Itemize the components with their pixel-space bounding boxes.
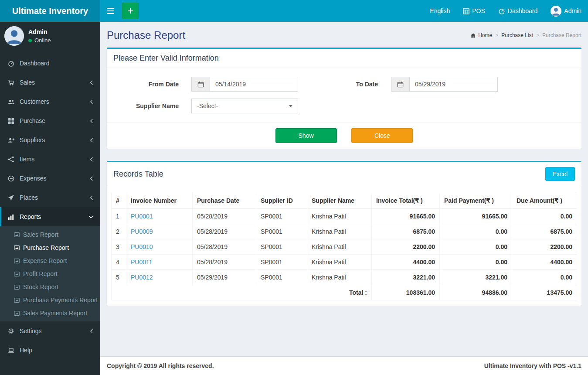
filter-box-body: From Date To Date Supplier Name (107, 68, 581, 122)
sidebar-subitem-purchase-report[interactable]: Purchase Report (0, 241, 100, 254)
main-header: Ultimate Inventory English (0, 0, 588, 22)
filter-box: Please Enter Valid Information From Date… (107, 48, 581, 149)
chevron-left-icon (90, 328, 94, 334)
plus-icon (127, 8, 133, 14)
breadcrumb-home[interactable]: Home (470, 32, 492, 38)
dashboard-icon (8, 60, 15, 67)
supplier-name-label: Supplier Name (113, 102, 179, 109)
chevron-left-icon (90, 118, 94, 124)
sidebar-user-status[interactable]: Online (28, 37, 51, 44)
invoice-link[interactable]: PU0010 (126, 239, 193, 255)
invoice-link[interactable]: PU0009 (126, 224, 193, 239)
grid-icon (8, 118, 15, 124)
calendar-icon[interactable] (391, 77, 409, 92)
date-row: From Date To Date (113, 77, 575, 92)
col-header-purchase-date: Purchase Date (193, 193, 256, 209)
invoice-link[interactable]: PU0012 (126, 270, 193, 285)
user-menu[interactable]: Admin (544, 0, 588, 22)
sidebar-item-settings[interactable]: Settings (0, 321, 100, 341)
supplier-select[interactable]: -Select- (191, 99, 298, 113)
footer-copyright: Copyright © 2019 All rights reserved. (107, 362, 214, 369)
sidebar-toggle-button[interactable] (100, 0, 120, 22)
gear-icon (8, 328, 15, 334)
filter-box-title: Please Enter Valid Information (113, 54, 219, 63)
menu-icon (107, 8, 114, 14)
sidebar-item-reports-row[interactable]: Reports (0, 207, 100, 226)
invoice-link[interactable]: PU0001 (126, 208, 193, 224)
sidebar-item-customers[interactable]: Customers (0, 92, 100, 111)
sidebar-item-dashboard[interactable]: Dashboard (0, 54, 100, 73)
shopping-cart-icon (8, 79, 15, 86)
sidebar-item-expenses[interactable]: Expenses (0, 169, 100, 188)
sidebar-item-suppliers[interactable]: Suppliers (0, 130, 100, 150)
share-nodes-icon (8, 156, 15, 163)
col-header-supplier-id: Supplier ID (256, 193, 307, 209)
sidebar-item-help[interactable]: Help (0, 341, 100, 360)
chevron-left-icon (90, 157, 94, 162)
chevron-left-icon (90, 195, 94, 201)
table-total-row: Total : 108361.00 94886.00 13475.00 (112, 285, 577, 300)
from-date-group (191, 77, 298, 92)
file-chart-icon (14, 271, 20, 277)
sidebar-item-sales[interactable]: Sales (0, 73, 100, 92)
app-logo[interactable]: Ultimate Inventory (0, 0, 100, 22)
file-chart-icon (14, 245, 20, 251)
close-button[interactable]: Close (351, 128, 413, 143)
top-navbar: English POS Dashboard Admin (100, 0, 588, 22)
chevron-left-icon (90, 176, 94, 181)
sidebar-subitem-sales-payments-report[interactable]: Sales Payments Report (0, 307, 100, 320)
sidebar-user-panel: Admin Online (0, 22, 100, 50)
navbar-right: English POS Dashboard Admin (423, 0, 588, 22)
breadcrumb-purchase-list[interactable]: Purchase List (501, 32, 533, 38)
show-button[interactable]: Show (275, 128, 337, 143)
user-avatar (551, 6, 561, 17)
table-row: 3 PU0010 05/28/2019 SP0001 Krishna Patil… (112, 239, 577, 255)
invoice-link[interactable]: PU0011 (126, 255, 193, 270)
sidebar-item-items[interactable]: Items (0, 150, 100, 169)
content-header: Purchase Report Home > Purchase List > P… (107, 29, 581, 41)
main-footer: Copyright © 2019 All rights reserved. Ul… (100, 356, 588, 375)
to-date-group (391, 77, 498, 92)
records-box-title: Records Table (113, 170, 163, 179)
sidebar-item-reports: Reports Sales Report Purchase Report Exp… (0, 207, 100, 321)
to-date-input[interactable] (409, 77, 498, 92)
minus-circle-icon (8, 175, 15, 182)
app-title: Ultimate Inventory (12, 6, 88, 16)
laptop-icon (8, 347, 15, 354)
add-button[interactable] (122, 3, 139, 19)
user-avatar (4, 26, 24, 46)
sidebar-subitem-expense-report[interactable]: Expense Report (0, 254, 100, 267)
to-date-label: To Date (298, 81, 378, 88)
sidebar-subitem-purchase-payments-report[interactable]: Purchase Payments Report (0, 293, 100, 307)
breadcrumb: Home > Purchase List > Purchase Report (470, 32, 581, 38)
pos-link[interactable]: POS (456, 0, 492, 22)
language-menu[interactable]: English (423, 0, 456, 22)
chevron-down-icon (88, 215, 94, 219)
sidebar-item-places[interactable]: Places (0, 188, 100, 207)
home-icon (470, 33, 476, 38)
filter-box-header: Please Enter Valid Information (107, 49, 581, 68)
bar-chart-icon (8, 214, 15, 220)
supplier-row: Supplier Name -Select- (113, 99, 575, 113)
breadcrumb-separator: > (495, 32, 498, 38)
calendar-icon[interactable] (191, 77, 210, 92)
dashboard-link[interactable]: Dashboard (492, 0, 544, 22)
sidebar: Admin Online Dashboard Sales (0, 22, 100, 375)
col-header-paid-payment: Paid Payment(₹ ) (440, 193, 512, 209)
excel-export-button[interactable]: Excel (545, 167, 575, 181)
total-invoice: 108361.00 (372, 285, 440, 300)
chevron-left-icon (90, 80, 94, 85)
col-header-invoice-number: Invoice Number (126, 193, 193, 209)
sidebar-subitem-profit-report[interactable]: Profit Report (0, 267, 100, 280)
col-header-due-amount: Due Amount(₹ ) (512, 193, 577, 209)
col-header-index: # (112, 193, 126, 209)
file-chart-icon (14, 284, 20, 290)
user-plus-icon (8, 137, 15, 143)
online-dot-icon (28, 39, 32, 42)
from-date-input[interactable] (210, 77, 298, 92)
sidebar-item-purchase[interactable]: Purchase (0, 111, 100, 130)
sidebar-subitem-sales-report[interactable]: Sales Report (0, 228, 100, 241)
caret-down-icon (289, 105, 292, 107)
sidebar-subitem-stock-report[interactable]: Stock Report (0, 280, 100, 293)
table-row: 5 PU0012 05/29/2019 SP0001 Krishna Patil… (112, 270, 577, 285)
